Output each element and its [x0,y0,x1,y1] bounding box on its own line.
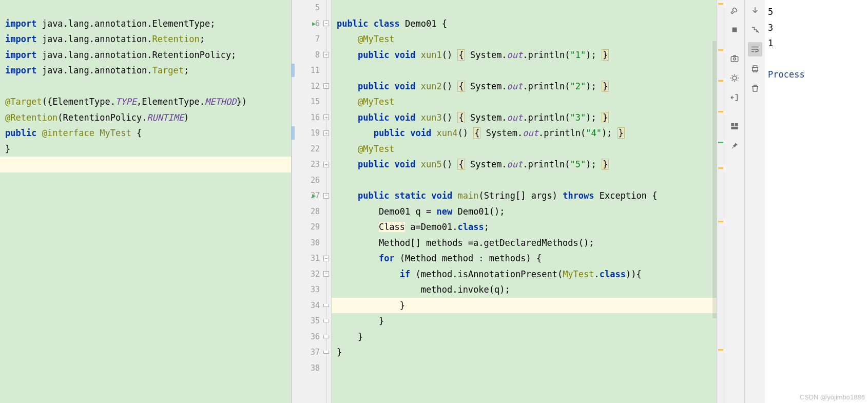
gutter-line[interactable]: 34 [292,298,331,314]
code-line[interactable]: @MyTest [332,141,717,157]
line-number-gutter[interactable]: 56▶−78+1112+1516+19+2223+2627▶−28293031−… [292,0,332,403]
bug-button[interactable] [727,71,742,85]
stripe-marker[interactable] [718,49,723,51]
code-line[interactable]: import java.lang.annotation.Target; [0,63,291,79]
code-line[interactable]: import java.lang.annotation.Retention; [0,31,291,47]
code-line[interactable] [0,157,291,172]
code-line[interactable]: @Target({ElementType.TYPE,ElementType.ME… [0,94,291,110]
code-line[interactable]: Demo01 q = new Demo01(); [332,204,717,220]
run-icon[interactable]: ▶ [312,192,316,199]
code-line[interactable]: } [332,329,717,345]
run-icon[interactable]: ▶ [312,20,316,27]
code-line[interactable]: if (method.isAnnotationPresent(MyTest.cl… [332,266,717,282]
fold-icon[interactable] [323,319,329,322]
layout-button[interactable] [727,119,742,133]
code-line[interactable]: @MyTest [332,94,717,110]
gutter-line[interactable]: 23+ [292,157,331,172]
console-output[interactable]: 531ProcessCSDN @yojimbo1886 [765,0,868,403]
gutter-line[interactable]: 15 [292,94,331,110]
code-line[interactable]: public void xun3() { System.out.println(… [332,110,717,126]
gutter-line[interactable]: 31− [292,251,331,266]
error-stripe[interactable] [717,0,724,403]
code-line[interactable] [332,172,717,188]
left-editor-pane[interactable]: import java.lang.annotation.ElementType;… [0,0,292,403]
code-line[interactable]: method.invoke(q); [332,282,717,298]
code-line[interactable]: public class Demo01 { [332,16,717,32]
gutter-line[interactable]: 8+ [292,47,331,63]
gutter-line[interactable]: 28 [292,204,331,220]
gutter-line[interactable]: 22 [292,141,331,157]
wrench-button[interactable] [727,3,742,17]
step-button[interactable] [748,23,762,37]
code-line[interactable]: } [332,313,717,329]
code-line[interactable] [0,79,291,94]
trash-button[interactable] [748,81,762,95]
code-line[interactable] [0,0,291,16]
code-line[interactable]: Method[] methods =a.getDeclaredMethods()… [332,235,717,251]
code-line[interactable]: public void xun4() { System.out.println(… [332,125,717,141]
wrap-button[interactable] [748,42,762,56]
gutter-line[interactable]: 29 [292,219,331,235]
code-line[interactable]: Class a=Demo01.class; [332,219,717,235]
print-button[interactable] [748,62,762,76]
code-line[interactable]: public void xun1() { System.out.println(… [332,47,717,63]
fold-icon[interactable] [323,351,329,354]
gutter-line[interactable]: 12+ [292,79,331,94]
stripe-marker[interactable] [718,3,723,5]
code-line[interactable]: public void xun2() { System.out.println(… [332,79,717,94]
right-editor-pane[interactable]: public class Demo01 { @MyTest public voi… [332,0,717,403]
code-line[interactable] [332,0,717,16]
code-line[interactable]: import java.lang.annotation.RetentionPol… [0,47,291,63]
gutter-line[interactable]: 30 [292,235,331,251]
fold-icon[interactable]: − [323,271,329,277]
code-line[interactable]: public void xun5() { System.out.println(… [332,157,717,172]
gutter-line[interactable]: 5 [292,0,331,16]
code-line[interactable]: public static void main(String[] args) t… [332,188,717,204]
gutter-line[interactable]: 16+ [292,110,331,126]
gutter-line[interactable]: 19+ [292,125,331,141]
gutter-line[interactable]: 35 [292,313,331,329]
camera-button[interactable] [727,51,742,66]
code-line[interactable]: import java.lang.annotation.ElementType; [0,16,291,32]
stripe-marker[interactable] [718,111,723,112]
stripe-marker[interactable] [718,80,723,82]
gutter-line[interactable]: 6▶− [292,16,331,32]
gutter-line[interactable]: 32− [292,266,331,282]
code-line[interactable]: @MyTest [332,31,717,47]
stripe-marker[interactable] [718,142,723,143]
fold-icon[interactable]: + [323,130,329,136]
pin-button[interactable] [727,139,742,153]
square-button[interactable] [727,23,742,37]
code-line[interactable]: } [332,344,717,360]
gutter-line[interactable]: 7 [292,31,331,47]
gutter-line[interactable]: 11 [292,63,331,79]
code-line[interactable]: for (Method method : methods) { [332,251,717,266]
fold-icon[interactable]: + [323,52,329,57]
fold-icon[interactable]: + [323,162,329,167]
exit-button[interactable] [727,90,742,105]
code-line[interactable]: } [0,141,291,157]
stripe-marker[interactable] [718,167,723,169]
fold-icon[interactable] [323,335,329,338]
gutter-line[interactable]: 27▶− [292,188,331,204]
fold-icon[interactable]: + [323,83,329,89]
fold-icon[interactable]: − [323,256,329,261]
fold-icon[interactable]: − [323,193,329,199]
gutter-line[interactable]: 26 [292,172,331,188]
down-button[interactable] [748,3,762,17]
code-line[interactable] [332,360,717,376]
fold-icon[interactable]: − [323,21,329,26]
code-line[interactable]: } [332,298,717,314]
gutter-line[interactable]: 37 [292,344,331,360]
gutter-line[interactable]: 36 [292,329,331,345]
code-line[interactable]: public @interface MyTest { [0,125,291,141]
fold-icon[interactable] [323,304,329,307]
fold-icon[interactable]: + [323,114,329,120]
gutter-line[interactable]: 38 [292,360,331,376]
gutter-line[interactable]: 33 [292,282,331,298]
scrollbar-thumb[interactable] [712,41,717,318]
stripe-marker[interactable] [718,349,723,351]
code-line[interactable] [332,63,717,79]
code-line[interactable]: @Retention(RetentionPolicy.RUNTIME) [0,110,291,126]
stripe-marker[interactable] [718,221,723,222]
